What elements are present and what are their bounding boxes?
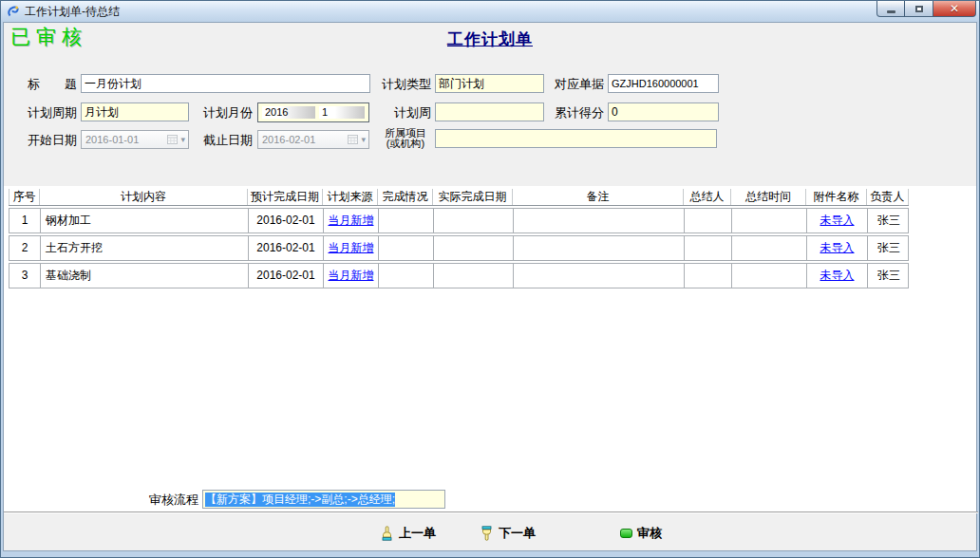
cell-seq: 3: [9, 264, 41, 288]
cell-expected-date: 2016-02-01: [249, 209, 324, 232]
previous-doc-button[interactable]: 上一单: [380, 524, 436, 543]
cell-completion: [379, 264, 434, 288]
plan-month-spinner[interactable]: 1: [319, 106, 365, 119]
plan-table: 序号 计划内容 预计完成日期 计划来源 完成情况 实际完成日期 备注 总结人 总…: [9, 189, 909, 288]
maximize-button[interactable]: [905, 1, 933, 17]
next-doc-label: 下一单: [499, 525, 536, 542]
cell-expected-date: 2016-02-01: [249, 236, 324, 260]
cell-summarizer: [685, 236, 732, 260]
plan-month-group: 2016 1: [257, 102, 369, 122]
project-input[interactable]: [435, 129, 717, 148]
cell-content: 基础浇制: [41, 264, 249, 288]
col-header-seq: 序号: [9, 189, 40, 205]
plan-type-input[interactable]: [435, 74, 544, 93]
page-title: 工作计划单: [1, 28, 979, 50]
source-link[interactable]: 当月新增: [329, 214, 374, 227]
cell-content: 钢材加工: [41, 209, 249, 232]
plan-week-input[interactable]: [435, 102, 544, 121]
end-date-value: 2016-02-01: [262, 134, 348, 145]
plan-year-spinner[interactable]: 2016: [262, 106, 315, 119]
col-header-owner: 负责人: [867, 189, 909, 205]
col-header-expected-date: 预计完成日期: [248, 189, 323, 205]
col-header-content: 计划内容: [40, 189, 248, 205]
cell-expected-date: 2016-02-01: [249, 264, 324, 288]
audit-flow-selected-text: 【新方案】项目经理;->副总;->总经理;: [205, 493, 395, 507]
audit-flow-label: 审核流程: [148, 491, 198, 510]
plan-type-label: 计划类型: [382, 75, 431, 94]
ref-doc-label: 对应单据: [555, 75, 604, 94]
audit-green-icon: [620, 529, 632, 538]
audit-flow-input[interactable]: 【新方案】项目经理;->副总;->总经理;: [202, 490, 445, 509]
plan-month-label: 计划月份: [203, 103, 253, 122]
col-header-completion: 完成情况: [378, 189, 433, 205]
cell-summary-time: [732, 264, 807, 288]
attachment-link[interactable]: 未导入: [820, 269, 855, 282]
cell-remark: [514, 209, 685, 232]
end-date-picker[interactable]: 2016-02-01 ▾: [257, 130, 369, 149]
project-label-line2: (或机构): [386, 138, 424, 149]
cell-summarizer: [685, 209, 732, 232]
cell-attachment: 未导入: [807, 236, 868, 260]
cell-summarizer: [685, 264, 732, 288]
col-header-attachment: 附件名称: [806, 189, 867, 205]
cell-source: 当月新增: [324, 264, 379, 288]
source-link[interactable]: 当月新增: [329, 241, 374, 254]
maximize-icon: [915, 6, 923, 12]
cell-attachment: 未导入: [807, 264, 868, 288]
app-window: 工作计划单-待总结 ✕ 已审核 工作计划单 标 题 计划类型 对应单据 计划周期…: [0, 0, 980, 558]
end-date-label: 截止日期: [203, 131, 253, 150]
chevron-down-icon: ▾: [180, 135, 185, 144]
cell-actual-date: [434, 209, 514, 232]
total-score-input[interactable]: [608, 102, 719, 121]
window-controls: ✕: [876, 1, 976, 17]
cell-owner: 张三: [868, 236, 910, 260]
cell-actual-date: [434, 264, 514, 288]
hand-up-icon: [380, 526, 394, 541]
cell-summary-time: [732, 236, 807, 260]
source-link[interactable]: 当月新增: [329, 269, 374, 282]
cell-completion: [379, 236, 434, 260]
chevron-down-icon: ▾: [361, 135, 366, 144]
table-row: 2 土石方开挖 2016-02-01 当月新增 未导入 张三: [9, 235, 909, 261]
col-header-summarizer: 总结人: [684, 189, 731, 205]
calendar-icon: [348, 135, 358, 144]
start-date-value: 2016-01-01: [85, 134, 167, 145]
previous-doc-label: 上一单: [399, 525, 436, 542]
title-input[interactable]: [81, 74, 370, 93]
cell-completion: [379, 209, 434, 232]
col-header-summary-time: 总结时间: [731, 189, 806, 205]
ref-doc-input[interactable]: [608, 74, 719, 93]
cell-seq: 1: [9, 209, 41, 232]
plan-cycle-input[interactable]: [81, 102, 189, 121]
audit-button[interactable]: 审核: [620, 524, 662, 543]
table-row: 3 基础浇制 2016-02-01 当月新增 未导入 张三: [9, 263, 909, 288]
attachment-link[interactable]: 未导入: [820, 214, 855, 227]
cell-remark: [514, 264, 685, 288]
table-row: 1 钢材加工 2016-02-01 当月新增 未导入 张三: [9, 208, 909, 233]
cell-source: 当月新增: [324, 209, 379, 232]
plan-cycle-label: 计划周期: [28, 103, 76, 122]
cell-actual-date: [434, 236, 514, 260]
attachment-link[interactable]: 未导入: [820, 241, 855, 254]
start-date-picker[interactable]: 2016-01-01 ▾: [81, 130, 189, 149]
next-doc-button[interactable]: 下一单: [480, 524, 536, 543]
start-date-label: 开始日期: [28, 131, 76, 150]
titlebar[interactable]: 工作计划单-待总结 ✕: [1, 1, 979, 22]
close-icon: ✕: [950, 2, 959, 15]
cell-owner: 张三: [868, 264, 910, 288]
cell-content: 土石方开挖: [41, 236, 249, 260]
app-icon: [7, 5, 20, 18]
plan-week-label: 计划周: [382, 103, 431, 122]
cell-owner: 张三: [868, 209, 910, 232]
col-header-actual-date: 实际完成日期: [433, 189, 513, 205]
cell-seq: 2: [9, 236, 41, 260]
table-header-row: 序号 计划内容 预计完成日期 计划来源 完成情况 实际完成日期 备注 总结人 总…: [9, 189, 909, 206]
minimize-button[interactable]: [876, 1, 905, 17]
audit-label: 审核: [637, 525, 662, 542]
total-score-label: 累计得分: [555, 103, 604, 122]
project-label: 所属项目 (或机构): [379, 128, 432, 149]
close-button[interactable]: ✕: [933, 1, 976, 17]
cell-remark: [514, 236, 685, 260]
cell-source: 当月新增: [324, 236, 379, 260]
col-header-remark: 备注: [513, 189, 684, 205]
